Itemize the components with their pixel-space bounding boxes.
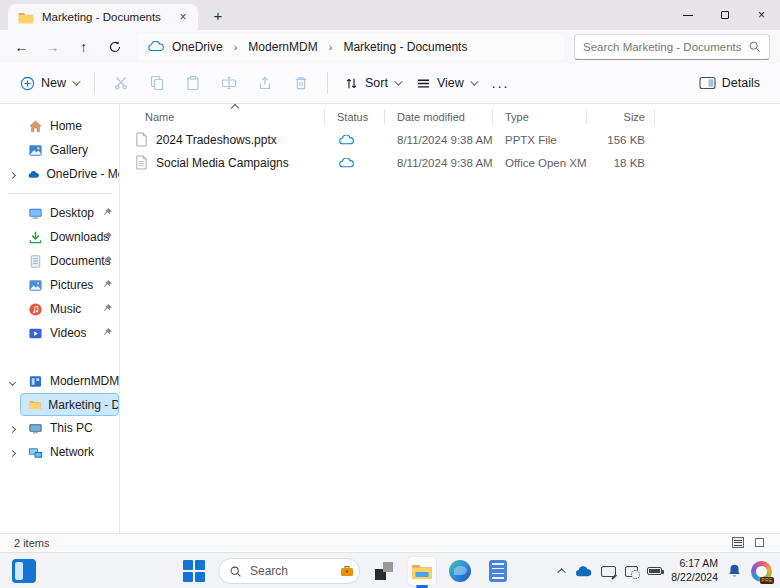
- large-icons-view-toggle[interactable]: [750, 535, 768, 550]
- file-row[interactable]: 2024 Tradeshows.pptx 8/11/2024 9:38 AM P…: [120, 128, 780, 151]
- chevron-down-icon[interactable]: [10, 374, 15, 388]
- plus-circle-icon: [20, 76, 35, 91]
- column-header-date-modified[interactable]: Date modified: [385, 106, 493, 128]
- sidebar-item-home[interactable]: Home: [0, 114, 119, 138]
- share-button[interactable]: [247, 68, 283, 98]
- file-name-cell: Social Media Campaigns: [120, 155, 325, 170]
- start-button[interactable]: [180, 557, 208, 585]
- maximize-restore-button[interactable]: [706, 0, 743, 30]
- column-header-status[interactable]: Status: [325, 106, 385, 128]
- file-row[interactable]: Social Media Campaigns 8/11/2024 9:38 AM…: [120, 151, 780, 174]
- chevron-right-icon[interactable]: [10, 167, 15, 181]
- refresh-icon: [108, 40, 122, 54]
- sort-button[interactable]: Sort: [336, 70, 408, 97]
- breadcrumb-modernmdm[interactable]: ModernMDM: [244, 38, 321, 56]
- organization-icon: [28, 374, 43, 389]
- sort-button-label: Sort: [365, 76, 388, 90]
- column-header-name[interactable]: Name: [120, 106, 325, 128]
- breadcrumb-onedrive[interactable]: OneDrive: [168, 38, 227, 56]
- tray-settings-icon[interactable]: [625, 566, 638, 577]
- pictures-icon: [28, 278, 43, 293]
- column-header-size[interactable]: Size: [587, 106, 655, 128]
- view-button[interactable]: View: [408, 70, 484, 97]
- sidebar-divider: [8, 193, 111, 194]
- sidebar-item-label: Home: [50, 119, 82, 133]
- sidebar-item-label: Marketing - Docu: [48, 398, 118, 412]
- sidebar-item-videos[interactable]: Videos: [0, 321, 119, 345]
- file-explorer-window: Marketing - Documents × + × ← → ↑ OneDri…: [0, 0, 780, 551]
- clock-time: 6:17 AM: [671, 557, 718, 571]
- file-size: 156 KB: [587, 134, 655, 146]
- forward-button[interactable]: →: [37, 34, 68, 60]
- sidebar-item-marketing-documents[interactable]: Marketing - Docu: [20, 393, 119, 416]
- chevron-right-icon[interactable]: [10, 445, 15, 459]
- file-list: Name Status Date modified Type Size 2024…: [120, 104, 780, 533]
- app-icon: [375, 562, 393, 580]
- sidebar-item-label: This PC: [50, 421, 93, 435]
- sidebar-item-label: Pictures: [50, 278, 93, 292]
- windows-logo-icon: [183, 560, 205, 582]
- back-button[interactable]: ←: [6, 34, 37, 60]
- sidebar-item-desktop[interactable]: Desktop: [0, 201, 119, 225]
- sidebar-gap: [0, 345, 119, 369]
- minimize-button[interactable]: [669, 0, 706, 30]
- cut-button[interactable]: [103, 68, 139, 98]
- copilot-icon[interactable]: PRE: [751, 561, 772, 582]
- chevron-right-icon: ›: [231, 41, 241, 53]
- details-view-toggle[interactable]: [729, 535, 747, 550]
- gallery-icon: [28, 143, 43, 158]
- taskbar-search[interactable]: Search: [218, 558, 360, 584]
- system-tray: 6:17 AM 8/22/2024 PRE: [560, 553, 772, 588]
- column-header-type[interactable]: Type: [493, 106, 587, 128]
- clock-date: 8/22/2024: [671, 571, 718, 585]
- chevron-right-icon: ›: [326, 41, 336, 53]
- copy-button[interactable]: [139, 68, 175, 98]
- pinned-app-icon[interactable]: [12, 559, 36, 583]
- sidebar-item-documents[interactable]: Documents: [0, 249, 119, 273]
- notifications-bell-icon[interactable]: [727, 563, 742, 579]
- see-more-button[interactable]: ...: [484, 69, 518, 97]
- battery-icon[interactable]: [647, 567, 662, 575]
- sidebar-item-pictures[interactable]: Pictures: [0, 273, 119, 297]
- trash-icon: [293, 75, 309, 91]
- sort-icon: [344, 76, 359, 91]
- sidebar-item-onedrive[interactable]: OneDrive - Modern: [0, 162, 119, 186]
- documents-icon: [28, 254, 43, 269]
- hidden-icons-chevron-icon[interactable]: [558, 568, 566, 576]
- new-button[interactable]: New: [12, 70, 86, 97]
- breadcrumb: OneDrive › ModernMDM › Marketing - Docum…: [138, 34, 564, 60]
- breadcrumb-current-folder[interactable]: Marketing - Documents: [339, 38, 471, 56]
- new-tab-button[interactable]: +: [206, 4, 230, 26]
- paste-button[interactable]: [175, 68, 211, 98]
- edge-icon: [449, 560, 471, 582]
- delete-button[interactable]: [283, 68, 319, 98]
- sidebar-item-label: Desktop: [50, 206, 94, 220]
- taskbar-clock[interactable]: 6:17 AM 8/22/2024: [671, 557, 718, 584]
- sidebar-item-music[interactable]: Music: [0, 297, 119, 321]
- tab-close-icon[interactable]: ×: [174, 8, 192, 26]
- sidebar-item-modernmdm[interactable]: ModernMDM: [0, 369, 119, 393]
- sidebar-item-gallery[interactable]: Gallery: [0, 138, 119, 162]
- close-button[interactable]: ×: [743, 0, 780, 30]
- up-button[interactable]: ↑: [68, 34, 99, 60]
- taskbar-notepad[interactable]: [484, 557, 512, 585]
- sidebar-item-downloads[interactable]: Downloads: [0, 225, 119, 249]
- search-input[interactable]: [583, 41, 748, 53]
- sidebar-item-network[interactable]: Network: [0, 440, 119, 464]
- taskbar-file-explorer[interactable]: [408, 557, 436, 585]
- sidebar-item-this-pc[interactable]: This PC: [0, 416, 119, 440]
- onedrive-tray-icon[interactable]: [575, 566, 592, 577]
- details-pane-button[interactable]: Details: [691, 70, 768, 96]
- sidebar-item-label: ModernMDM: [50, 374, 119, 388]
- pen-display-icon[interactable]: [601, 566, 616, 577]
- item-count: 2 items: [14, 537, 49, 549]
- chevron-right-icon[interactable]: [10, 421, 15, 435]
- videos-icon: [28, 326, 43, 341]
- refresh-button[interactable]: [99, 34, 130, 60]
- taskbar-edge[interactable]: [446, 557, 474, 585]
- divider: [327, 72, 328, 94]
- rename-icon: [221, 75, 237, 91]
- explorer-tab[interactable]: Marketing - Documents ×: [8, 4, 198, 30]
- taskbar-app-dark-squares[interactable]: [370, 557, 398, 585]
- rename-button[interactable]: [211, 68, 247, 98]
